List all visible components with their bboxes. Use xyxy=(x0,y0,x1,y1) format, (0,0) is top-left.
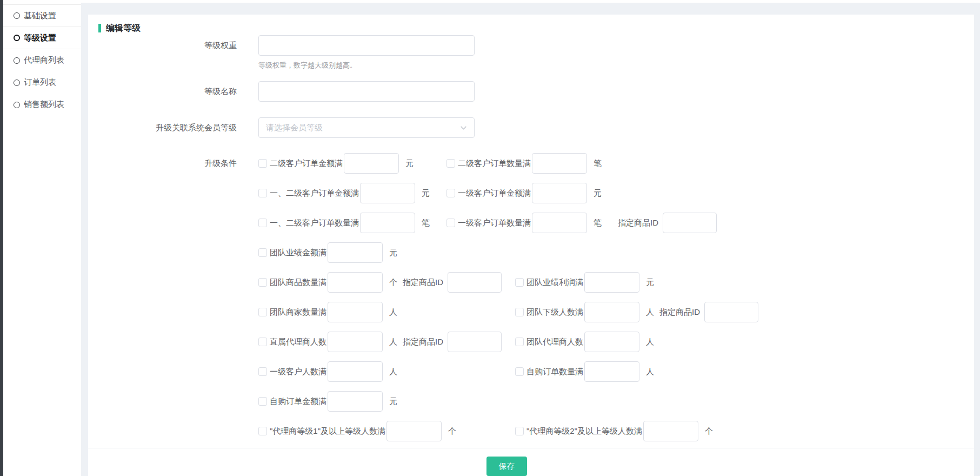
condition-checkbox[interactable] xyxy=(258,397,267,406)
condition-label: 团队商品数量满 xyxy=(270,277,326,288)
sidebar-item-2[interactable]: 等级设置 xyxy=(3,27,81,49)
condition-checkbox[interactable] xyxy=(446,219,455,227)
condition-value-input[interactable] xyxy=(328,332,383,352)
condition-label: 团队商家数量满 xyxy=(270,307,326,318)
condition-checkbox[interactable] xyxy=(258,278,267,287)
condition-item: 团队业绩利润满元 xyxy=(515,272,654,293)
condition-row-3: 一、二级客户订单数量满笔一级客户订单数量满笔指定商品ID xyxy=(258,213,934,233)
condition-item: 一、二级客户订单数量满笔 xyxy=(258,213,430,233)
weight-input[interactable] xyxy=(258,35,475,56)
condition-unit: 人 xyxy=(646,367,654,377)
condition-checkbox[interactable] xyxy=(515,338,524,346)
condition-unit: 人 xyxy=(646,337,654,347)
condition-value-input[interactable] xyxy=(532,183,587,203)
sidebar-item-5[interactable]: 销售额列表 xyxy=(3,94,81,116)
product-id-input[interactable] xyxy=(704,302,758,322)
condition-row-1: 二级客户订单金额满元二级客户订单数量满笔 xyxy=(258,153,934,174)
title-accent-bar xyxy=(98,24,101,32)
condition-item: 团队商家数量满人 xyxy=(258,302,397,322)
sidebar-item-3[interactable]: 代理商列表 xyxy=(3,49,81,71)
condition-label: 一级客户人数满 xyxy=(270,367,326,377)
condition-unit: 人 xyxy=(389,337,397,347)
condition-item: 团队代理商人数人 xyxy=(515,332,654,352)
member-level-placeholder: 请选择会员等级 xyxy=(266,123,323,133)
condition-checkbox[interactable] xyxy=(515,308,524,316)
weight-label: 等级权重 xyxy=(88,35,237,56)
condition-value-input[interactable] xyxy=(328,302,383,322)
radio-circle-icon xyxy=(14,12,20,19)
radio-circle-icon xyxy=(14,57,20,64)
member-level-select[interactable]: 请选择会员等级 xyxy=(258,117,475,138)
condition-checkbox[interactable] xyxy=(258,189,267,197)
condition-row-5: 团队商品数量满个指定商品ID团队业绩利润满元 xyxy=(258,272,934,293)
condition-value-input[interactable] xyxy=(643,421,698,441)
radio-circle-icon xyxy=(14,102,20,108)
condition-item: 自购订单数量满人 xyxy=(515,361,654,382)
sidebar-item-label: 代理商列表 xyxy=(24,55,64,65)
condition-item: 自购订单金额满元 xyxy=(258,391,397,412)
condition-value-input[interactable] xyxy=(328,361,383,382)
condition-checkbox[interactable] xyxy=(258,427,267,435)
condition-unit: 元 xyxy=(422,188,430,199)
condition-value-input[interactable] xyxy=(328,242,383,263)
condition-label: 一、二级客户订单数量满 xyxy=(270,218,359,228)
condition-value-input[interactable] xyxy=(360,213,415,233)
product-id-label: 指定商品ID xyxy=(659,307,700,318)
condition-value-input[interactable] xyxy=(532,213,587,233)
condition-label: 二级客户订单金额满 xyxy=(270,158,343,169)
condition-value-input[interactable] xyxy=(344,153,399,174)
weight-help-text: 等级权重，数字越大级别越高。 xyxy=(258,61,475,70)
condition-checkbox[interactable] xyxy=(515,367,524,376)
condition-value-input[interactable] xyxy=(328,391,383,412)
condition-checkbox[interactable] xyxy=(515,427,524,435)
sidebar-item-1[interactable]: 基础设置 xyxy=(3,5,81,27)
condition-label: "代理商等级2"及以上等级人数满 xyxy=(526,426,642,437)
product-id-input[interactable] xyxy=(663,213,717,233)
content-area: 编辑等级 等级权重 等级权重，数字越大级别越高。 等级名称 升级关联系统会员等级 xyxy=(81,0,980,476)
condition-row-8: 一级客户人数满人自购订单数量满人 xyxy=(258,361,934,382)
chevron-down-icon xyxy=(460,124,467,131)
condition-value-input[interactable] xyxy=(584,272,639,293)
condition-label: 自购订单金额满 xyxy=(270,396,326,407)
condition-checkbox[interactable] xyxy=(515,278,524,287)
form-row-name: 等级名称 xyxy=(88,81,974,102)
product-id-input[interactable] xyxy=(448,332,502,352)
condition-checkbox[interactable] xyxy=(446,189,455,197)
product-id-input[interactable] xyxy=(448,272,502,293)
conditions-list: 二级客户订单金额满元二级客户订单数量满笔一、二级客户订单金额满元一级客户订单金额… xyxy=(258,153,934,441)
conditions-label: 升级条件 xyxy=(88,153,237,174)
sidebar-item-4[interactable]: 订单列表 xyxy=(3,71,81,94)
condition-unit: 人 xyxy=(646,307,654,318)
condition-checkbox[interactable] xyxy=(258,159,267,168)
sidebar-menu: 基础设置等级设置代理商列表订单列表销售额列表 xyxy=(3,4,81,116)
condition-value-input[interactable] xyxy=(584,332,639,352)
condition-value-input[interactable] xyxy=(584,302,639,322)
condition-checkbox[interactable] xyxy=(258,248,267,257)
condition-value-input[interactable] xyxy=(386,421,442,441)
condition-checkbox[interactable] xyxy=(258,367,267,376)
condition-value-input[interactable] xyxy=(532,153,587,174)
condition-unit: 元 xyxy=(646,277,654,288)
condition-row-7: 直属代理商人数人指定商品ID团队代理商人数人 xyxy=(258,332,934,352)
top-gutter xyxy=(88,3,974,15)
condition-item: 直属代理商人数人指定商品ID xyxy=(258,332,502,352)
condition-unit: 个 xyxy=(448,426,456,437)
save-button[interactable]: 保存 xyxy=(486,457,527,476)
condition-value-input[interactable] xyxy=(328,272,383,293)
name-input[interactable] xyxy=(258,81,475,102)
condition-item: 二级客户订单金额满元 xyxy=(258,153,414,174)
condition-unit: 笔 xyxy=(422,218,430,228)
condition-checkbox[interactable] xyxy=(258,219,267,227)
condition-checkbox[interactable] xyxy=(446,159,455,168)
condition-row-6: 团队商家数量满人团队下级人数满人指定商品ID xyxy=(258,302,934,322)
condition-label: 团队业绩金额满 xyxy=(270,248,326,258)
condition-label: 团队代理商人数 xyxy=(526,337,583,347)
condition-unit: 人 xyxy=(389,367,397,377)
page-title: 编辑等级 xyxy=(106,23,141,34)
condition-value-input[interactable] xyxy=(584,361,639,382)
condition-checkbox[interactable] xyxy=(258,338,267,346)
member-level-label: 升级关联系统会员等级 xyxy=(88,117,237,138)
condition-checkbox[interactable] xyxy=(258,308,267,316)
condition-unit: 人 xyxy=(389,307,397,318)
condition-value-input[interactable] xyxy=(360,183,415,203)
